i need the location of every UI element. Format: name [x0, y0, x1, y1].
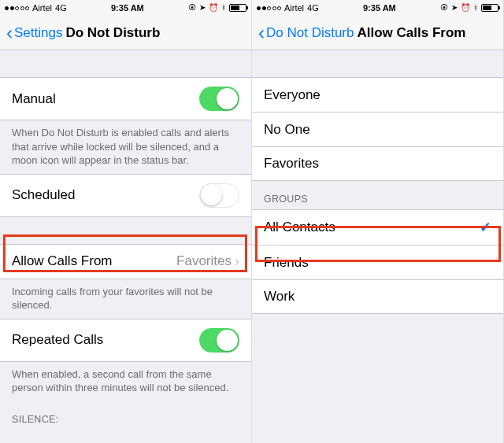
repeated-calls-row[interactable]: Repeated Calls	[0, 319, 251, 362]
alarm-icon: ⏰	[461, 4, 470, 12]
page-title: Do Not Disturb	[65, 25, 160, 41]
repeated-calls-footer: When enabled, a second call from the sam…	[0, 362, 251, 401]
bluetooth-icon: ᚼ	[473, 4, 478, 12]
battery-icon	[229, 4, 246, 12]
back-label: Do Not Disturb	[266, 25, 354, 41]
group-label: Friends	[264, 255, 309, 271]
nav-bar: ‹ Settings Do Not Disturb	[0, 16, 251, 50]
screen-allow-calls-from: Airtel 4G 9:35 AM ⦿ ➤ ⏰ ᚼ ‹ Do Not Distu…	[252, 0, 504, 443]
bluetooth-icon: ᚼ	[221, 4, 226, 12]
location-icon: ➤	[451, 4, 458, 12]
page-title: Allow Calls From	[357, 25, 465, 41]
clock-label: 9:35 AM	[111, 3, 144, 13]
allow-calls-row[interactable]: Allow Calls From Favorites ›	[0, 244, 251, 279]
allow-calls-value: Favorites	[176, 253, 232, 269]
allow-calls-label: Allow Calls From	[12, 253, 113, 269]
nav-bar: ‹ Do Not Disturb Allow Calls From	[252, 16, 503, 50]
chevron-left-icon: ‹	[6, 24, 13, 42]
option-label: Everyone	[264, 87, 321, 103]
back-button[interactable]: ‹ Settings	[6, 24, 62, 42]
manual-switch[interactable]	[199, 87, 239, 111]
back-label: Settings	[14, 25, 62, 41]
groups-header: GROUPS	[252, 181, 503, 209]
alarm-icon: ⏰	[209, 4, 218, 12]
signal-dots-icon	[257, 6, 281, 10]
manual-row[interactable]: Manual	[0, 77, 251, 120]
repeated-calls-switch[interactable]	[199, 328, 239, 353]
lock-icon: ⦿	[440, 4, 448, 12]
chevron-right-icon: ›	[235, 253, 239, 270]
scheduled-switch[interactable]	[199, 183, 239, 208]
signal-dots-icon	[5, 6, 29, 10]
repeated-calls-label: Repeated Calls	[12, 332, 103, 348]
screen-do-not-disturb: Airtel 4G 9:35 AM ⦿ ➤ ⏰ ᚼ ‹ Settings Do …	[0, 0, 252, 443]
silence-header: SILENCE:	[0, 401, 251, 430]
allow-calls-footer: Incoming calls from your favorites will …	[0, 279, 251, 319]
status-bar: Airtel 4G 9:35 AM ⦿ ➤ ⏰ ᚼ	[252, 0, 503, 16]
group-label: Work	[264, 289, 295, 305]
option-label: No One	[264, 122, 310, 138]
group-all-contacts[interactable]: All Contacts ✓	[252, 209, 503, 245]
lock-icon: ⦿	[188, 4, 196, 12]
option-everyone[interactable]: Everyone	[252, 77, 503, 112]
battery-icon	[481, 4, 498, 12]
carrier-label: Airtel	[32, 3, 52, 13]
group-work[interactable]: Work	[252, 279, 503, 314]
status-bar: Airtel 4G 9:35 AM ⦿ ➤ ⏰ ᚼ	[0, 0, 251, 16]
carrier-label: Airtel	[284, 3, 304, 13]
back-button[interactable]: ‹ Do Not Disturb	[258, 24, 354, 42]
checkmark-icon: ✓	[480, 219, 491, 236]
group-label: All Contacts	[264, 220, 335, 235]
scheduled-label: Scheduled	[12, 187, 75, 203]
manual-footer: When Do Not Disturb is enabled calls and…	[0, 120, 251, 174]
clock-label: 9:35 AM	[363, 3, 396, 13]
group-friends[interactable]: Friends	[252, 245, 503, 279]
scheduled-row[interactable]: Scheduled	[0, 174, 251, 217]
option-favorites[interactable]: Favorites	[252, 146, 503, 181]
network-label: 4G	[55, 3, 67, 13]
location-icon: ➤	[199, 4, 206, 12]
network-label: 4G	[307, 3, 319, 13]
option-no-one[interactable]: No One	[252, 112, 503, 146]
option-label: Favorites	[264, 156, 319, 172]
chevron-left-icon: ‹	[258, 24, 265, 42]
manual-label: Manual	[12, 91, 56, 107]
